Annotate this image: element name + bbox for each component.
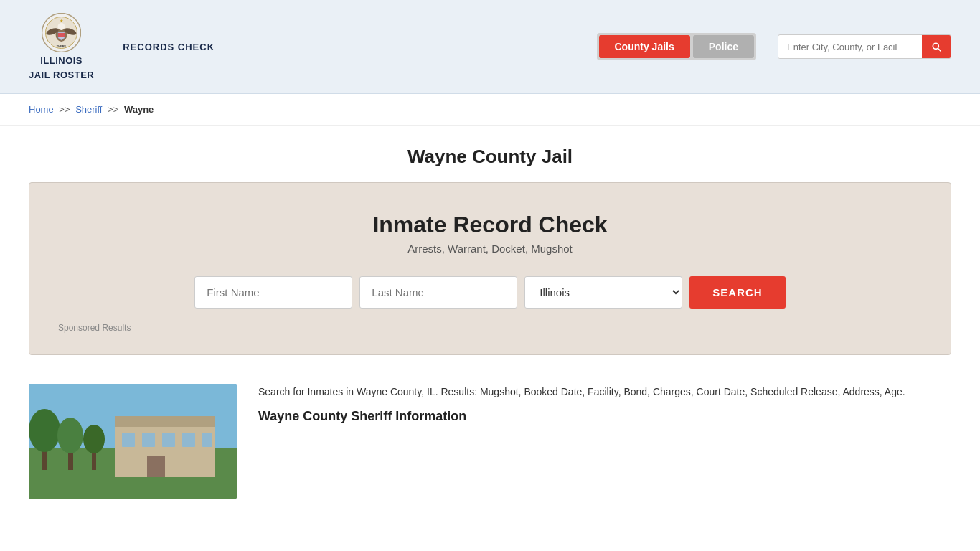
header-search-bar — [778, 34, 951, 59]
facility-description: Search for Inmates in Wayne County, IL. … — [258, 384, 951, 423]
sponsored-label: Sponsored Results — [58, 323, 922, 333]
record-check-box: Inmate Record Check Arrests, Warrant, Do… — [29, 182, 951, 355]
police-button[interactable]: Police — [693, 35, 754, 58]
facility-desc-text: Search for Inmates in Wayne County, IL. … — [258, 384, 951, 400]
svg-text:THERE: THERE — [57, 44, 67, 48]
breadcrumb-current: Wayne — [124, 104, 154, 115]
page-title: Wayne County Jail — [29, 146, 951, 168]
site-logo[interactable]: ★ THERE ILLINOIS JAIL ROSTER — [29, 13, 94, 80]
first-name-input[interactable] — [194, 276, 352, 309]
inmate-search-form: AlabamaAlaskaArizonaArkansasCaliforniaCo… — [58, 276, 922, 309]
records-check-link[interactable]: RECORDS CHECK — [123, 42, 215, 52]
facility-image-svg — [29, 384, 237, 499]
state-seal-icon: ★ THERE — [42, 13, 81, 52]
svg-rect-19 — [202, 433, 212, 447]
page-title-section: Wayne County Jail — [0, 126, 980, 182]
state-select[interactable]: AlabamaAlaskaArizonaArkansasCaliforniaCo… — [524, 276, 682, 309]
svg-text:★: ★ — [60, 19, 63, 23]
svg-rect-17 — [162, 433, 175, 447]
bottom-section: Search for Inmates in Wayne County, IL. … — [0, 377, 980, 506]
inmate-search-button[interactable]: SEARCH — [689, 276, 785, 309]
svg-point-26 — [83, 425, 105, 453]
breadcrumb-home[interactable]: Home — [29, 104, 54, 115]
record-check-subtitle: Arrests, Warrant, Docket, Mugshot — [58, 242, 922, 255]
svg-rect-14 — [115, 416, 215, 427]
county-jails-button[interactable]: County Jails — [599, 35, 690, 58]
breadcrumb-sep-2: >> — [108, 104, 118, 115]
last-name-input[interactable] — [359, 276, 517, 309]
breadcrumb: Home >> Sheriff >> Wayne — [0, 94, 980, 126]
site-header: ★ THERE ILLINOIS JAIL ROSTER RECORDS CHE… — [0, 0, 980, 94]
search-icon — [930, 41, 942, 52]
svg-point-22 — [29, 409, 60, 452]
svg-rect-15 — [122, 433, 135, 447]
nav-button-group: County Jails Police — [597, 33, 757, 60]
facility-section-title: Wayne County Sheriff Information — [258, 409, 951, 424]
breadcrumb-sep-1: >> — [59, 104, 70, 115]
svg-point-24 — [57, 418, 83, 453]
logo-subtext: JAIL ROSTER — [29, 70, 94, 81]
header-search-button[interactable] — [922, 35, 951, 58]
logo-text: ILLINOIS — [40, 55, 83, 67]
svg-rect-16 — [142, 433, 155, 447]
svg-point-3 — [58, 23, 65, 30]
facility-image — [29, 384, 237, 499]
svg-rect-18 — [182, 433, 195, 447]
header-search-input[interactable] — [778, 36, 922, 58]
breadcrumb-sheriff[interactable]: Sheriff — [75, 104, 102, 115]
svg-rect-20 — [147, 456, 165, 477]
record-check-title: Inmate Record Check — [58, 212, 922, 238]
